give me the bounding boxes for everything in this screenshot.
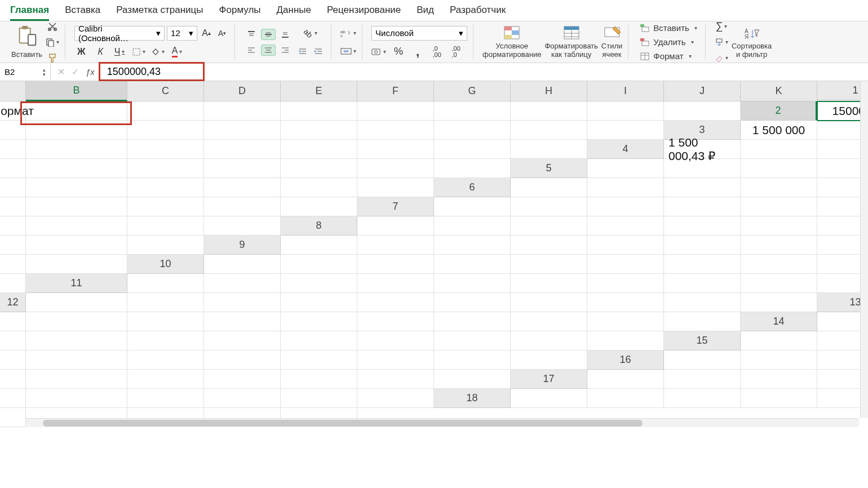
- cell-B5[interactable]: [587, 159, 664, 178]
- cell-D15[interactable]: [0, 351, 26, 370]
- cell-F16[interactable]: [26, 370, 127, 389]
- decrease-font-button[interactable]: A▾: [215, 26, 229, 40]
- accounting-format-button[interactable]: [371, 45, 386, 59]
- row-header[interactable]: 7: [357, 197, 434, 216]
- cell-J1[interactable]: [587, 101, 664, 121]
- cell-C18[interactable]: [587, 389, 664, 408]
- cell-C12[interactable]: [127, 293, 204, 312]
- cell-B12[interactable]: [26, 293, 127, 312]
- cell-G12[interactable]: [434, 293, 511, 312]
- cell-E9[interactable]: [511, 236, 587, 255]
- cell-F14[interactable]: [204, 331, 281, 351]
- cell-G15[interactable]: [204, 351, 281, 370]
- font-color-button[interactable]: A: [170, 45, 184, 59]
- cell-H13[interactable]: [434, 312, 511, 331]
- cell-D13[interactable]: [127, 312, 204, 331]
- cell-G17[interactable]: [26, 389, 127, 408]
- cell-B11[interactable]: [127, 274, 204, 293]
- format-as-table-button[interactable]: Форматировать как таблицу: [544, 25, 597, 59]
- cell-F15[interactable]: [127, 351, 204, 370]
- cell-K6[interactable]: [281, 197, 357, 216]
- cell-H4[interactable]: [204, 159, 281, 178]
- cell-K1[interactable]: [664, 101, 741, 121]
- cell-J2[interactable]: [511, 121, 587, 140]
- align-bottom-button[interactable]: [278, 29, 293, 40]
- cell-B7[interactable]: [434, 197, 511, 216]
- cell-F1[interactable]: [281, 101, 357, 121]
- merge-button[interactable]: [340, 45, 356, 58]
- cell-H12[interactable]: [511, 293, 587, 312]
- cell-E12[interactable]: [281, 293, 357, 312]
- column-header[interactable]: E: [281, 81, 357, 101]
- cell-K7[interactable]: [204, 216, 281, 236]
- row-header[interactable]: 12: [0, 293, 26, 312]
- cell-E18[interactable]: [741, 389, 817, 408]
- row-header[interactable]: 17: [511, 370, 587, 389]
- cell-C14[interactable]: [0, 331, 26, 351]
- decrease-indent-button[interactable]: [296, 45, 309, 58]
- cell-E11[interactable]: [357, 274, 434, 293]
- cell-I4[interactable]: [281, 159, 357, 178]
- cell-B1[interactable]: Формат: [0, 101, 26, 121]
- cell-K8[interactable]: [127, 236, 204, 255]
- cell-B3[interactable]: 1 500 000: [741, 121, 817, 140]
- cell-G9[interactable]: [664, 236, 741, 255]
- cell-C7[interactable]: [511, 197, 587, 216]
- cell-K3[interactable]: [511, 140, 587, 159]
- cell-F3[interactable]: [127, 140, 204, 159]
- cell-C5[interactable]: [664, 159, 741, 178]
- cell-B18[interactable]: [511, 389, 587, 408]
- cell-I15[interactable]: [357, 351, 434, 370]
- cell-K13[interactable]: [664, 312, 741, 331]
- enter-icon[interactable]: ✓: [72, 66, 79, 77]
- insert-cells-button[interactable]: Вставить: [637, 22, 699, 34]
- cell-I2[interactable]: [434, 121, 511, 140]
- cell-D11[interactable]: [281, 274, 357, 293]
- cell-C9[interactable]: [357, 236, 434, 255]
- cell-E15[interactable]: [26, 351, 127, 370]
- cell-H15[interactable]: [281, 351, 357, 370]
- horizontal-scrollbar[interactable]: [26, 418, 859, 427]
- row-header[interactable]: 18: [434, 389, 511, 408]
- cell-G11[interactable]: [511, 274, 587, 293]
- cell-B17[interactable]: [587, 370, 664, 389]
- cell-K2[interactable]: [587, 121, 664, 140]
- cell-I8[interactable]: [0, 236, 26, 255]
- cell-D18[interactable]: [664, 389, 741, 408]
- cell-F12[interactable]: [357, 293, 434, 312]
- increase-indent-button[interactable]: [312, 45, 325, 58]
- copy-button[interactable]: [46, 36, 59, 49]
- cell-B10[interactable]: [204, 255, 281, 274]
- cell-H3[interactable]: [281, 140, 357, 159]
- cell-E3[interactable]: [26, 140, 127, 159]
- cell-I3[interactable]: [357, 140, 434, 159]
- row-header[interactable]: 11: [26, 274, 127, 293]
- cell-B16[interactable]: [664, 351, 741, 370]
- cell-I10[interactable]: [741, 255, 817, 274]
- cell-F2[interactable]: [204, 121, 281, 140]
- cell-D7[interactable]: [587, 197, 664, 216]
- sort-filter-button[interactable]: AЯ Сортировка и фильтр: [732, 25, 772, 59]
- cell-K5[interactable]: [357, 178, 434, 197]
- cell-G14[interactable]: [281, 331, 357, 351]
- autosum-button[interactable]: ∑: [715, 20, 728, 33]
- cell-H6[interactable]: [26, 197, 127, 216]
- increase-decimal-button[interactable]: ,0,00: [430, 45, 444, 59]
- align-left-button[interactable]: [244, 45, 259, 56]
- cell-I6[interactable]: [127, 197, 204, 216]
- row-header[interactable]: 15: [664, 331, 741, 351]
- delete-cells-button[interactable]: Удалить: [637, 36, 696, 48]
- cell-K9[interactable]: [26, 255, 127, 274]
- cell-B9[interactable]: [281, 236, 357, 255]
- wrap-text-button[interactable]: abc: [340, 26, 356, 40]
- cell-E13[interactable]: [204, 312, 281, 331]
- row-header[interactable]: 4: [587, 140, 664, 159]
- row-header[interactable]: 16: [587, 351, 664, 370]
- cell-J8[interactable]: [26, 236, 127, 255]
- cell-B6[interactable]: [511, 178, 587, 197]
- cell-F17[interactable]: [0, 389, 26, 408]
- tab-home[interactable]: Главная: [10, 5, 49, 21]
- font-name-select[interactable]: Calibri (Основной…▾: [74, 26, 165, 41]
- cell-G3[interactable]: [204, 140, 281, 159]
- fill-color-button[interactable]: [151, 45, 165, 59]
